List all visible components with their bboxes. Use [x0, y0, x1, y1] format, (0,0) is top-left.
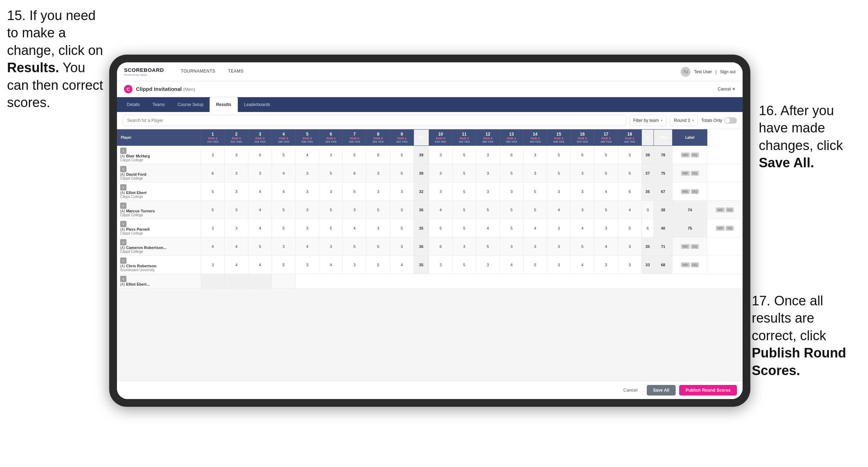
- wd-button[interactable]: WD: [716, 207, 725, 212]
- score-in-4[interactable]: 3: [500, 237, 523, 256]
- tab-course-setup[interactable]: Course Setup: [171, 97, 210, 112]
- score-in-1[interactable]: 3: [429, 256, 452, 274]
- score-in-7[interactable]: 3: [571, 182, 594, 201]
- score-out-8[interactable]: 6: [366, 146, 390, 164]
- wd-button[interactable]: WD: [681, 152, 690, 157]
- score-out-6[interactable]: 3: [319, 182, 343, 201]
- score-in-8[interactable]: 4: [594, 237, 618, 256]
- score-out-6[interactable]: 5: [319, 219, 343, 237]
- score-out-3[interactable]: 4: [248, 219, 272, 237]
- score-in-6[interactable]: 3: [547, 219, 571, 237]
- score-in-10[interactable]: 6: [641, 219, 654, 237]
- score-in-5[interactable]: 4: [523, 219, 547, 237]
- score-out-4[interactable]: 5: [272, 201, 296, 219]
- score-out-3[interactable]: 5: [248, 146, 272, 164]
- score-out-1[interactable]: 5: [201, 182, 224, 201]
- score-in-7[interactable]: 3: [571, 201, 594, 219]
- score-in-6[interactable]: 5: [547, 146, 571, 164]
- dq-button[interactable]: DQ: [726, 226, 734, 231]
- score-out-7[interactable]: 3: [343, 201, 366, 219]
- score-in-4[interactable]: 5: [500, 164, 523, 182]
- score-in-8[interactable]: 5: [594, 146, 618, 164]
- score-in-9[interactable]: 5: [618, 219, 641, 237]
- score-out-9[interactable]: 5: [390, 219, 414, 237]
- score-out-8[interactable]: 5: [366, 237, 390, 256]
- score-out-2[interactable]: 3: [224, 182, 248, 201]
- score-out-9[interactable]: 3: [390, 182, 414, 201]
- score-out-5[interactable]: 3: [296, 256, 319, 274]
- score-in-1[interactable]: 3: [429, 146, 452, 164]
- score-in-8[interactable]: 4: [594, 182, 618, 201]
- nav-tournaments[interactable]: TOURNAMENTS: [174, 62, 222, 81]
- score-out-7[interactable]: 5: [343, 146, 366, 164]
- score-out-4[interactable]: 5: [272, 146, 296, 164]
- score-in-9[interactable]: 3: [618, 237, 641, 256]
- score-in-4[interactable]: 4: [500, 256, 523, 274]
- score-in-4[interactable]: 6: [500, 146, 523, 164]
- score-out-3[interactable]: 3: [248, 164, 272, 182]
- dq-button[interactable]: DQ: [691, 152, 699, 157]
- dq-button[interactable]: DQ: [691, 171, 699, 176]
- score-in-7[interactable]: 4: [571, 256, 594, 274]
- score-out-2[interactable]: 3: [224, 201, 248, 219]
- wd-button[interactable]: WD: [681, 262, 690, 267]
- dq-button[interactable]: DQ: [691, 244, 699, 249]
- score-out-5[interactable]: 3: [296, 219, 319, 237]
- score-out-6[interactable]: 3: [319, 146, 343, 164]
- dq-button[interactable]: DQ: [691, 189, 699, 194]
- score-out-8[interactable]: 5: [366, 256, 390, 274]
- score-in-9[interactable]: 6: [618, 182, 641, 201]
- score-out-8[interactable]: 3: [366, 164, 390, 182]
- score-in-6[interactable]: 4: [547, 201, 571, 219]
- score-in-2[interactable]: 5: [452, 164, 476, 182]
- score-out-7[interactable]: 3: [343, 256, 366, 274]
- score-out-4[interactable]: 4: [272, 164, 296, 182]
- score-out-7[interactable]: 5: [343, 182, 366, 201]
- score-in-9[interactable]: 3: [618, 256, 641, 274]
- score-out-6[interactable]: 3: [319, 237, 343, 256]
- score-in-3[interactable]: 3: [476, 146, 500, 164]
- score-out-8[interactable]: 5: [366, 201, 390, 219]
- score-in-4[interactable]: 5: [500, 201, 523, 219]
- score-out-3[interactable]: 4: [248, 182, 272, 201]
- score-out-4[interactable]: 4: [272, 182, 296, 201]
- score-out-9[interactable]: 5: [390, 164, 414, 182]
- tab-results[interactable]: Results: [210, 97, 237, 112]
- score-in-3[interactable]: 3: [476, 256, 500, 274]
- score-out-2[interactable]: 4: [224, 237, 248, 256]
- score-out-5[interactable]: 4: [296, 237, 319, 256]
- wd-button[interactable]: WD: [681, 244, 690, 249]
- score-out-7[interactable]: 5: [343, 237, 366, 256]
- score-in-2[interactable]: 5: [452, 182, 476, 201]
- score-in-3[interactable]: 5: [476, 237, 500, 256]
- score-in-10[interactable]: 3: [641, 201, 654, 219]
- round-dropdown[interactable]: Round 3 ▾: [670, 115, 698, 126]
- score-in-6[interactable]: 3: [547, 256, 571, 274]
- score-in-4[interactable]: 5: [500, 219, 523, 237]
- score-in-2[interactable]: 5: [452, 219, 476, 237]
- score-in-7[interactable]: 6: [571, 146, 594, 164]
- score-out-1[interactable]: 3: [201, 219, 224, 237]
- score-in-6[interactable]: 3: [547, 237, 571, 256]
- dq-button[interactable]: DQ: [691, 262, 699, 267]
- tab-details[interactable]: Details: [120, 97, 146, 112]
- score-in-8[interactable]: 5: [594, 164, 618, 182]
- tab-teams[interactable]: Teams: [146, 97, 171, 112]
- save-all-button[interactable]: Save All: [647, 385, 676, 396]
- score-in-1[interactable]: 3: [429, 182, 452, 201]
- score-out-7[interactable]: 4: [343, 219, 366, 237]
- score-out-1[interactable]: 3: [201, 146, 224, 164]
- score-in-9[interactable]: 3: [618, 146, 641, 164]
- score-out-6[interactable]: 4: [319, 256, 343, 274]
- score-out-3[interactable]: 4: [248, 256, 272, 274]
- cancel-button[interactable]: Cancel: [618, 385, 643, 396]
- score-out-8[interactable]: 3: [366, 219, 390, 237]
- score-out-1[interactable]: 3: [201, 256, 224, 274]
- score-in-7[interactable]: 4: [571, 219, 594, 237]
- score-in-1[interactable]: 4: [429, 201, 452, 219]
- score-in-1[interactable]: 3: [429, 164, 452, 182]
- score-in-5[interactable]: 5: [523, 201, 547, 219]
- score-out-2[interactable]: 3: [224, 219, 248, 237]
- publish-round-button[interactable]: Publish Round Scores: [679, 385, 737, 396]
- score-out-1[interactable]: 5: [201, 201, 224, 219]
